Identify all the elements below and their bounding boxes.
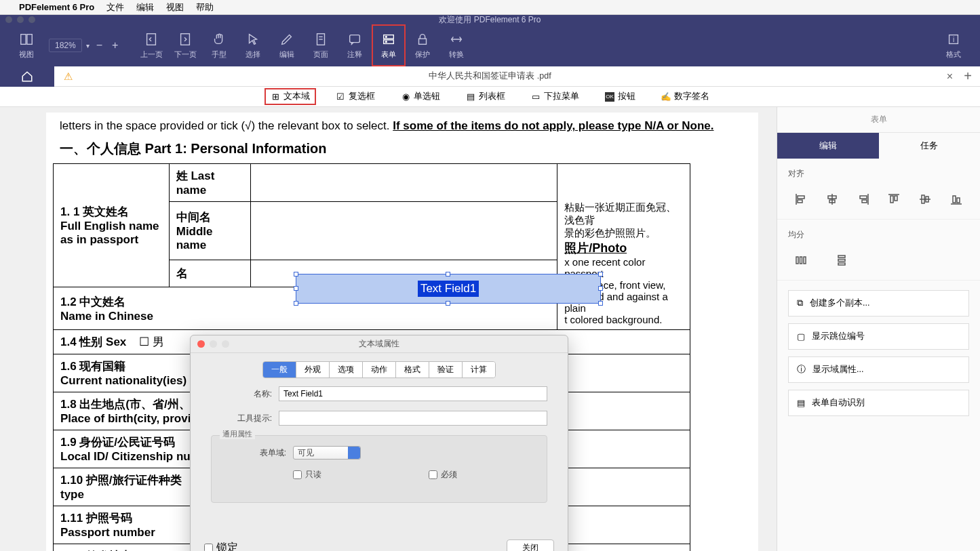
- instruction-bold: If some of the items do not apply, pleas…: [393, 119, 713, 132]
- tooltip-input[interactable]: [279, 411, 547, 426]
- dialog-tabs[interactable]: 一般 外观 选项 动作 格式 验证 计算: [262, 361, 496, 378]
- group-title: 通用属性: [220, 429, 255, 439]
- warning-icon[interactable]: ⚠: [64, 70, 73, 83]
- window-titlebar: 欢迎使用 PDFelement 6 Pro: [0, 15, 980, 24]
- menu-view[interactable]: 视图: [166, 1, 184, 14]
- panel-tab-edit[interactable]: 编辑: [777, 133, 879, 159]
- show-properties-button[interactable]: ⓘ显示域属性...: [788, 356, 969, 383]
- protect-button[interactable]: 保护: [406, 24, 439, 66]
- svg-rect-17: [798, 200, 802, 203]
- properties-dialog: 文本域属性 一般 外观 选项 动作 格式 验证 计算 名称: 工具提示: 通用属…: [190, 335, 568, 551]
- svg-rect-38: [838, 263, 845, 265]
- dialog-tab-options[interactable]: 选项: [330, 362, 363, 377]
- svg-rect-33: [796, 257, 798, 264]
- macos-menubar: PDFelement 6 Pro 文件 编辑 视图 帮助: [0, 0, 980, 15]
- readonly-checkbox[interactable]: 只读: [293, 469, 361, 481]
- zoom-value[interactable]: 182%: [49, 39, 82, 52]
- align-bottom-button[interactable]: [946, 189, 966, 209]
- convert-button[interactable]: 转换: [439, 24, 473, 66]
- textfield-widget[interactable]: Text Field1: [296, 274, 601, 304]
- align-center-h-button[interactable]: [822, 189, 842, 209]
- svg-rect-37: [838, 260, 845, 262]
- edit-button[interactable]: 编辑: [270, 24, 304, 66]
- annotate-button[interactable]: 注释: [338, 24, 372, 66]
- radio-tool[interactable]: ◉单选钮: [395, 89, 446, 104]
- textfield-icon: ⊞: [271, 92, 280, 102]
- textfield-tool[interactable]: ⊞文本域: [265, 89, 315, 104]
- zoom-out-button[interactable]: −: [94, 39, 105, 52]
- distribute-v-button[interactable]: [831, 250, 852, 270]
- dialog-tab-calculate[interactable]: 计算: [463, 362, 495, 377]
- show-tab-order-button[interactable]: ▢显示跳位编号: [788, 323, 969, 350]
- checkbox-tool[interactable]: ☑复选框: [330, 89, 380, 104]
- app-name[interactable]: PDFelement 6 Pro: [19, 2, 94, 12]
- hand-tool-button[interactable]: 手型: [202, 24, 236, 66]
- align-right-button[interactable]: [853, 189, 874, 209]
- dialog-tab-appearance[interactable]: 外观: [296, 362, 330, 377]
- button-icon: OK: [605, 92, 614, 102]
- svg-rect-36: [838, 256, 845, 258]
- dialog-tab-actions[interactable]: 动作: [363, 362, 396, 377]
- svg-rect-12: [419, 39, 427, 44]
- home-icon: [21, 70, 33, 83]
- view-button[interactable]: 视图: [9, 24, 43, 66]
- window-controls[interactable]: [5, 16, 35, 23]
- dropdown-icon: ▭: [531, 92, 541, 102]
- svg-point-10: [386, 36, 387, 37]
- form-toolbar: ⊞文本域 ☑复选框 ◉单选钮 ▤列表框 ▭下拉菜单 OK按钮 ✍数字签名: [0, 87, 980, 107]
- create-copies-button[interactable]: ⧉创建多个副本...: [788, 290, 969, 317]
- svg-rect-23: [862, 200, 867, 203]
- radio-icon: ◉: [401, 92, 410, 102]
- document-tabbar: ⚠ 中华人民共和国签证申请表 .pdf × +: [0, 66, 980, 87]
- svg-rect-31: [953, 196, 956, 203]
- svg-rect-3: [181, 33, 190, 45]
- align-top-button[interactable]: [884, 189, 904, 209]
- select-tool-button[interactable]: 选择: [236, 24, 270, 66]
- panel-tab-task[interactable]: 任务: [879, 133, 981, 159]
- dialog-window-controls[interactable]: [197, 340, 229, 348]
- next-page-button[interactable]: 下一页: [168, 24, 202, 66]
- visibility-select[interactable]: 可见: [293, 446, 361, 460]
- align-center-v-button[interactable]: [915, 189, 935, 209]
- menu-help[interactable]: 帮助: [196, 1, 214, 14]
- align-left-button[interactable]: [791, 189, 811, 209]
- svg-rect-35: [804, 257, 806, 264]
- zoom-control[interactable]: 182%▾ − +: [43, 39, 126, 52]
- format-button[interactable]: i格式: [937, 24, 971, 66]
- button-tool[interactable]: OK按钮: [600, 89, 641, 104]
- new-tab-button[interactable]: +: [964, 68, 972, 84]
- menu-edit[interactable]: 编辑: [136, 1, 154, 14]
- lock-checkbox[interactable]: 锁定: [204, 541, 238, 551]
- svg-point-11: [386, 41, 387, 42]
- dialog-tab-validate[interactable]: 验证: [429, 362, 463, 377]
- required-checkbox[interactable]: 必须: [429, 469, 496, 481]
- listbox-tool[interactable]: ▤列表框: [460, 89, 511, 104]
- main-toolbar: 视图 182%▾ − + 上一页 下一页 手型 选择 编辑 页面 注释 表单 保…: [0, 24, 980, 66]
- distribute-h-button[interactable]: [791, 250, 811, 270]
- zoom-in-button[interactable]: +: [109, 39, 121, 52]
- dropdown-tool[interactable]: ▭下拉菜单: [526, 89, 585, 104]
- close-button[interactable]: 关闭: [507, 539, 554, 551]
- align-title: 对齐: [788, 168, 969, 180]
- dialog-titlebar[interactable]: 文本域属性: [191, 335, 568, 353]
- dialog-tab-format[interactable]: 格式: [396, 362, 429, 377]
- signature-icon: ✍: [661, 92, 671, 102]
- page-button[interactable]: 页面: [304, 24, 338, 66]
- form-button[interactable]: 表单: [372, 24, 406, 66]
- svg-rect-0: [21, 34, 26, 44]
- tooltip-label: 工具提示:: [211, 413, 279, 424]
- document-canvas[interactable]: letters in the space provided or tick (√…: [0, 107, 777, 551]
- svg-text:i: i: [953, 35, 954, 43]
- dialog-tab-general[interactable]: 一般: [263, 362, 296, 377]
- copies-icon: ⧉: [797, 298, 803, 308]
- name-input[interactable]: [279, 386, 547, 401]
- prev-page-button[interactable]: 上一页: [134, 24, 168, 66]
- home-tab[interactable]: [0, 66, 54, 87]
- textfield-label: Text Field1: [418, 281, 479, 297]
- signature-tool[interactable]: ✍数字签名: [656, 89, 715, 104]
- auto-recognize-button[interactable]: ▤表单自动识别: [788, 390, 969, 416]
- svg-rect-2: [147, 33, 156, 45]
- menu-file[interactable]: 文件: [106, 1, 124, 14]
- svg-rect-26: [895, 196, 897, 201]
- close-tab-button[interactable]: ×: [947, 70, 953, 83]
